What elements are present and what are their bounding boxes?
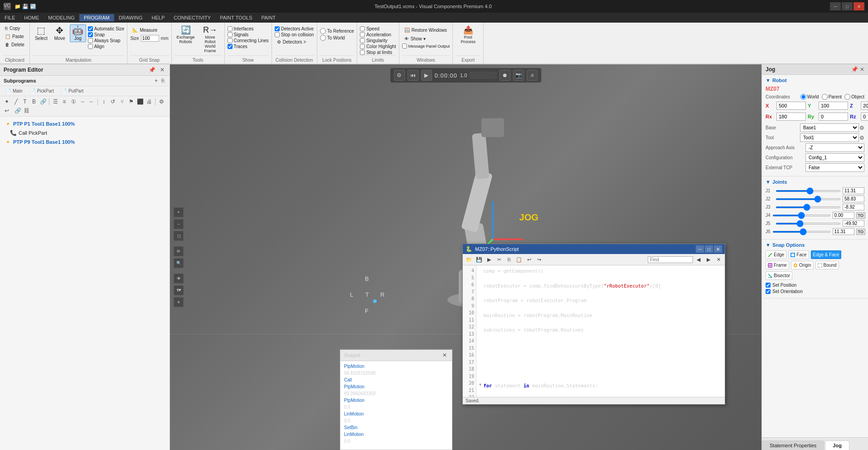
menu-file[interactable]: FILE xyxy=(0,14,19,21)
copy-button[interactable]: ⎘Copy xyxy=(3,24,27,32)
py-undo-btn[interactable]: ↩ xyxy=(524,255,533,264)
camera-btn[interactable]: 📷 xyxy=(513,70,524,81)
out-line-10[interactable]: SetBin xyxy=(344,424,448,431)
jog-robot-title[interactable]: ▼ Robot xyxy=(766,78,864,83)
view-btn-5[interactable]: 🔍 xyxy=(174,258,184,268)
fold-5[interactable] xyxy=(479,282,481,289)
snap-bound-btn[interactable]: Bound xyxy=(815,261,839,269)
restore-windows-button[interactable]: 🪟Restore Windows xyxy=(402,26,450,34)
tb-link-icon[interactable]: 🔗 xyxy=(39,98,47,106)
view-btn-8[interactable]: ≡ xyxy=(174,297,184,307)
fold-11[interactable] xyxy=(479,368,481,375)
python-min-btn[interactable]: ─ xyxy=(696,245,704,253)
fold-8[interactable] xyxy=(479,326,481,333)
j6-input[interactable] xyxy=(833,228,854,235)
radio-object[interactable]: Object xyxy=(844,94,864,100)
pin-button[interactable]: 📌 xyxy=(147,66,157,73)
z-input[interactable] xyxy=(861,102,868,110)
set-position-check[interactable]: Set Position xyxy=(766,283,864,288)
move-button[interactable]: ✥ Move xyxy=(52,24,68,42)
snap-frame-btn[interactable]: Frame xyxy=(766,261,789,269)
menu-modeling[interactable]: MODELING xyxy=(44,14,79,21)
j4-input[interactable] xyxy=(833,212,854,219)
signals-check[interactable]: Signals xyxy=(228,32,269,37)
tb-bullet-icon[interactable]: ≡ xyxy=(60,98,68,106)
py-save-btn[interactable]: 💾 xyxy=(475,255,484,264)
speed-check[interactable]: Speed xyxy=(360,26,396,31)
post-process-button[interactable]: 📤 Post Process xyxy=(456,24,480,45)
tb-text-icon[interactable]: T xyxy=(21,98,29,106)
python-max-btn[interactable]: □ xyxy=(705,245,713,253)
view-btn-7[interactable]: 🗺 xyxy=(174,285,184,295)
code-area[interactable]: comp = getComponent() robotExecutor = co… xyxy=(476,265,725,397)
jog-close-button[interactable]: ✕ xyxy=(860,66,864,73)
prog-item-ptp1[interactable]: 🔸 PTP P1 Tool1 Base1 100% xyxy=(3,119,167,128)
py-cut-btn[interactable]: ✂ xyxy=(495,255,504,264)
set-orientation-checkbox[interactable] xyxy=(766,289,771,294)
stmt-props-tab[interactable]: Statement Properties xyxy=(762,440,824,450)
play-btn[interactable]: ▶ xyxy=(421,70,432,81)
always-snap-check[interactable]: Always Snap xyxy=(88,38,125,43)
ry-input[interactable] xyxy=(819,112,848,121)
size-input[interactable] xyxy=(141,35,159,42)
snap-edge-btn[interactable]: Edge xyxy=(766,250,786,259)
python-close-btn[interactable]: ✕ xyxy=(714,245,722,253)
menu-connectivity[interactable]: CONNECTIVITY xyxy=(169,14,215,21)
py-paste-btn[interactable]: 📋 xyxy=(514,255,524,264)
j6-to-btn[interactable]: TO xyxy=(856,229,865,235)
more-btn[interactable]: ≡ xyxy=(527,70,538,81)
tb-numbered-icon[interactable]: ① xyxy=(69,98,78,106)
add-subprogram-button[interactable]: + xyxy=(153,77,159,84)
radio-parent[interactable]: Parent xyxy=(822,94,842,100)
base-gear-btn[interactable]: ⚙ xyxy=(859,125,864,131)
fold-4[interactable] xyxy=(479,267,481,274)
tb-flag-icon[interactable]: ⚑ xyxy=(127,98,135,106)
j1-input[interactable] xyxy=(843,187,864,194)
fold-6[interactable] xyxy=(479,297,481,303)
menu-paint-tools[interactable]: PAINT TOOLS xyxy=(215,14,257,21)
rewind-btn[interactable]: ⏮ xyxy=(407,70,418,81)
tb-settings-icon[interactable]: ⚙ xyxy=(157,98,165,106)
copy-subprogram-button[interactable]: ⎘ xyxy=(160,77,166,84)
py-run-btn[interactable]: ▶ xyxy=(485,255,494,264)
tb-stop-icon[interactable]: ⬛ xyxy=(136,98,144,106)
view-btn-6[interactable]: 👁 xyxy=(174,274,184,284)
message-panel-check[interactable]: Message Panel Output xyxy=(402,44,450,49)
out-line-6[interactable]: PtpMotion xyxy=(344,397,448,404)
menu-paint[interactable]: PAINT xyxy=(257,14,281,21)
jog-button[interactable]: 🤖 Jog xyxy=(70,24,86,42)
tb-line-icon[interactable]: ╱ xyxy=(12,98,20,106)
minimize-button[interactable]: ─ xyxy=(830,2,841,10)
rz-input[interactable] xyxy=(861,112,868,121)
jog-snap-title[interactable]: ▼ Snap Options xyxy=(766,242,864,248)
out-line-4[interactable]: PtpMotion xyxy=(344,383,448,390)
acceleration-check[interactable]: Acceleration xyxy=(360,32,396,37)
tb-arrow-icon[interactable]: ↕ xyxy=(100,98,108,106)
j4-slider[interactable] xyxy=(772,215,831,216)
py-find-close-btn[interactable]: ✕ xyxy=(714,255,723,264)
delete-button[interactable]: 🗑Delete xyxy=(3,41,27,49)
fold-9[interactable] xyxy=(479,341,481,347)
tb-fork-icon[interactable]: ⑂ xyxy=(118,98,126,106)
radio-world[interactable]: World xyxy=(800,94,819,100)
detectors-button[interactable]: ⚙Detectors > xyxy=(275,38,314,46)
py-redo-btn[interactable]: ↪ xyxy=(534,255,543,264)
base-select[interactable]: Base1 xyxy=(800,123,859,132)
jog-tab[interactable]: Jog xyxy=(825,440,849,450)
detectors-active-check[interactable]: Detectors Active xyxy=(275,26,314,31)
tb-undo-icon[interactable]: ↩ xyxy=(3,107,11,115)
set-orientation-check[interactable]: Set Orientation xyxy=(766,289,864,294)
traces-check[interactable]: Traces xyxy=(228,44,269,49)
view-btn-2[interactable]: − xyxy=(174,219,184,229)
py-prev-btn[interactable]: ◀ xyxy=(694,255,703,264)
paste-button[interactable]: 📋Paste xyxy=(3,33,27,40)
tb-print-icon[interactable]: 🖨 xyxy=(145,98,153,106)
j2-slider[interactable] xyxy=(776,198,841,200)
tb-new-icon[interactable]: ✦ xyxy=(3,98,11,106)
approach-select[interactable]: -Z xyxy=(805,143,864,152)
move-robot-world-frame-button[interactable]: R→ Move Robot World Frame xyxy=(199,24,222,54)
show-dropdown-button[interactable]: 👁Show ▾ xyxy=(402,35,450,43)
maximize-button[interactable]: □ xyxy=(842,2,853,10)
rx-input[interactable] xyxy=(776,112,806,121)
j2-input[interactable] xyxy=(843,196,864,202)
